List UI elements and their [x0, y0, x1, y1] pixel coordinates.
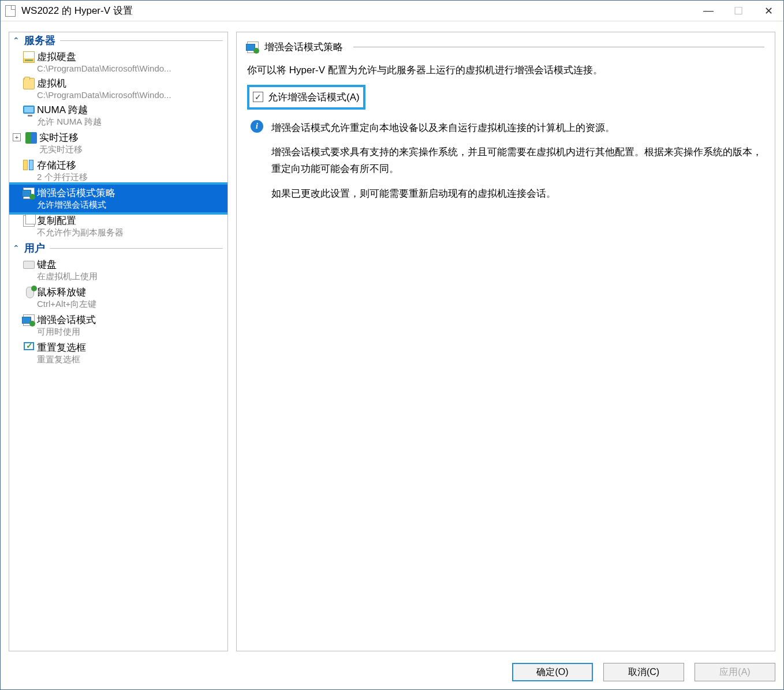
close-button[interactable]: ✕ — [753, 1, 783, 21]
sidebar-item-enhanced-session-policy[interactable]: 增强会话模式策略 允许增强会话模式 — [9, 185, 227, 212]
info-paragraph: 增强会话模式要求具有支持的来宾操作系统，并且可能需要在虚拟机内进行其他配置。根据… — [271, 144, 764, 178]
expand-icon[interactable]: + — [13, 133, 21, 141]
sidebar-item-label: 增强会话模式 — [37, 313, 96, 327]
sidebar-item-label: 实时迁移 — [39, 131, 83, 144]
sidebar-item-storage-migration[interactable]: 存储迁移 2 个并行迁移 — [9, 157, 227, 185]
section-header-server[interactable]: ⌃ 服务器 — [9, 32, 227, 48]
sidebar-item-label: 复制配置 — [37, 214, 124, 227]
sidebar-item-numa[interactable]: NUMA 跨越 允许 NUMA 跨越 — [9, 102, 227, 129]
section-label: 服务器 — [24, 33, 55, 47]
panel-title: 增强会话模式策略 — [264, 40, 343, 54]
sidebar-item-label: 鼠标释放键 — [37, 286, 96, 299]
sidebar-item-reset-checkboxes[interactable]: 重置复选框 重置复选框 — [9, 339, 227, 367]
sidebar-item-subtitle: 重置复选框 — [37, 354, 86, 365]
sidebar-item-subtitle: Ctrl+Alt+向左键 — [37, 299, 96, 310]
checkbox-icon — [24, 342, 34, 350]
sidebar-item-enhanced-session-mode[interactable]: 增强会话模式 可用时使用 — [9, 312, 227, 339]
copy-icon — [23, 215, 35, 227]
sidebar-item-subtitle: 无实时迁移 — [39, 144, 83, 155]
section-header-user[interactable]: ⌃ 用户 — [9, 240, 227, 256]
sidebar-item-replication[interactable]: 复制配置 不允许作为副本服务器 — [9, 212, 227, 240]
info-paragraph: 增强会话模式允许重定向本地设备以及来自运行虚拟机连接的计算机上的资源。 — [271, 120, 764, 137]
sidebar-item-subtitle: 不允许作为副本服务器 — [37, 227, 124, 238]
sidebar-item-label: NUMA 跨越 — [37, 103, 102, 117]
chevron-up-icon: ⌃ — [13, 243, 22, 253]
mouse-icon — [26, 287, 34, 298]
storage-icon — [23, 160, 35, 171]
main-panel: 增强会话模式策略 你可以将 Hyper-V 配置为允许与此服务器上运行的虚拟机进… — [236, 32, 775, 651]
sidebar-item-subtitle: 2 个并行迁移 — [37, 172, 88, 183]
window-title: WS2022 的 Hyper-V 设置 — [21, 4, 693, 17]
info-icon: i — [251, 120, 263, 133]
sidebar-item-label: 虚拟硬盘 — [37, 50, 171, 63]
disk-icon — [23, 51, 35, 63]
window-controls: — ☐ ✕ — [693, 1, 783, 21]
titlebar: WS2022 的 Hyper-V 设置 — ☐ ✕ — [1, 1, 783, 21]
sidebar-item-subtitle: C:\ProgramData\Microsoft\Windo... — [37, 63, 171, 73]
checkbox-icon: ✓ — [253, 92, 263, 102]
minimize-button[interactable]: — — [693, 1, 723, 21]
folder-icon — [23, 78, 35, 89]
window-icon — [5, 5, 16, 17]
panel-description: 你可以将 Hyper-V 配置为允许与此服务器上运行的虚拟机进行增强会话模式连接… — [247, 63, 764, 78]
policy-icon — [247, 42, 259, 53]
allow-enhanced-session-checkbox[interactable]: ✓ 允许增强会话模式(A) — [247, 85, 365, 110]
sidebar-item-subtitle: 可用时使用 — [37, 327, 96, 337]
sidebar-item-label: 键盘 — [37, 258, 98, 271]
migration-icon — [25, 132, 37, 144]
sidebar-item-label: 虚拟机 — [37, 77, 171, 90]
sidebar-item-subtitle: C:\ProgramData\Microsoft\Windo... — [37, 90, 171, 100]
sidebar: ⌃ 服务器 虚拟硬盘 C:\ProgramData\Microsoft\Wind… — [9, 32, 228, 651]
apply-button[interactable]: 应用(A) — [695, 663, 775, 681]
info-block: i 增强会话模式允许重定向本地设备以及来自运行虚拟机连接的计算机上的资源。 增强… — [247, 120, 764, 211]
monitor-icon — [23, 106, 35, 114]
sidebar-item-virtual-machine[interactable]: 虚拟机 C:\ProgramData\Microsoft\Windo... — [9, 75, 227, 102]
info-text: 增强会话模式允许重定向本地设备以及来自运行虚拟机连接的计算机上的资源。 增强会话… — [271, 120, 764, 211]
ok-button[interactable]: 确定(O) — [512, 663, 593, 681]
sidebar-item-live-migration[interactable]: + 实时迁移 无实时迁移 — [9, 129, 227, 157]
sidebar-item-subtitle: 在虚拟机上使用 — [37, 271, 98, 282]
dialog-buttons: 确定(O) 取消(C) 应用(A) — [1, 657, 783, 689]
section-label: 用户 — [24, 241, 45, 255]
sidebar-item-subtitle: 允许 NUMA 跨越 — [37, 117, 102, 127]
panel-heading: 增强会话模式策略 — [247, 40, 764, 54]
maximize-button[interactable]: ☐ — [723, 1, 753, 21]
sidebar-item-label: 存储迁移 — [37, 159, 88, 172]
sidebar-item-label: 重置复选框 — [37, 341, 86, 354]
sidebar-item-mouse-release[interactable]: 鼠标释放键 Ctrl+Alt+向左键 — [9, 284, 227, 312]
cancel-button[interactable]: 取消(C) — [603, 663, 684, 681]
content-area: ⌃ 服务器 虚拟硬盘 C:\ProgramData\Microsoft\Wind… — [1, 21, 783, 657]
sidebar-item-keyboard[interactable]: 键盘 在虚拟机上使用 — [9, 256, 227, 284]
policy-icon — [23, 187, 35, 199]
sidebar-item-label: 增强会话模式策略 — [37, 186, 115, 200]
policy-icon — [23, 314, 35, 326]
sidebar-item-virtual-disk[interactable]: 虚拟硬盘 C:\ProgramData\Microsoft\Windo... — [9, 48, 227, 75]
checkbox-label: 允许增强会话模式(A) — [268, 91, 360, 104]
info-paragraph: 如果已更改此设置，则可能需要重新启动现有的虚拟机连接会话。 — [271, 186, 764, 202]
keyboard-icon — [23, 261, 35, 269]
sidebar-scroll[interactable]: ⌃ 服务器 虚拟硬盘 C:\ProgramData\Microsoft\Wind… — [9, 32, 227, 367]
sidebar-item-subtitle: 允许增强会话模式 — [37, 200, 115, 211]
chevron-up-icon: ⌃ — [13, 36, 22, 45]
hyperv-settings-window: WS2022 的 Hyper-V 设置 — ☐ ✕ ⌃ 服务器 虚拟硬盘 — [0, 0, 784, 690]
